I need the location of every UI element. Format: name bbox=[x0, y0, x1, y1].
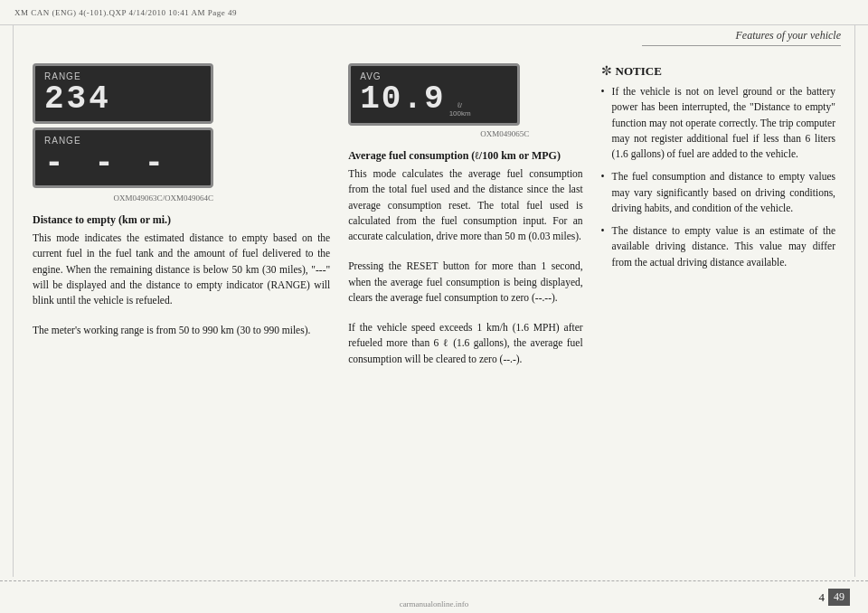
avg-unit: ℓ/ 100km bbox=[449, 101, 471, 118]
distance-body-1: This mode indicates the estimated distan… bbox=[33, 231, 330, 308]
avg-body-2: Pressing the RESET button for more than … bbox=[348, 259, 582, 306]
avg-display: AVG 10.9 ℓ/ 100km bbox=[348, 63, 520, 126]
avg-body-3: If the vehicle speed exceeds 1 km/h (1.6… bbox=[348, 320, 582, 367]
page-num-box: 49 bbox=[828, 589, 850, 606]
page-section: 4 bbox=[819, 590, 826, 605]
notice-list: If the vehicle is not on level ground or… bbox=[601, 84, 835, 270]
notice-item: The distance to empty value is an estima… bbox=[601, 223, 835, 270]
distance-body-2: The meter's working range is from 50 to … bbox=[33, 323, 330, 338]
notice-title: NOTICE bbox=[616, 64, 662, 79]
range-value-top: 234 bbox=[44, 83, 111, 116]
page-title: Features of your vehicle bbox=[642, 29, 841, 46]
distance-section-title: Distance to empty (km or mi.) bbox=[33, 213, 330, 227]
avg-section-title: Average fuel consumption (ℓ/100 km or MP… bbox=[348, 149, 582, 163]
avg-body-1: This mode calculates the average fuel co… bbox=[348, 166, 582, 244]
page-number: 4 49 bbox=[819, 589, 851, 606]
display-caption: OXM049063C/OXM049064C bbox=[33, 193, 213, 203]
notice-star-icon: ✼ bbox=[601, 63, 612, 79]
range-display-bottom: RANGE - - - bbox=[33, 127, 213, 188]
notice-header: ✼ NOTICE bbox=[601, 63, 835, 79]
header-file-info: XM CAN (ENG) 4(-101).QXP 4/14/2010 10:41… bbox=[14, 8, 237, 17]
avg-value: 10.9 bbox=[360, 83, 445, 116]
range-display-top: RANGE 234 bbox=[33, 63, 213, 124]
avg-value-row: 10.9 ℓ/ 100km bbox=[360, 83, 470, 118]
range-value-bottom: - - - bbox=[44, 147, 169, 180]
avg-caption: OXM049065C bbox=[348, 129, 529, 138]
header-bar: XM CAN (ENG) 4(-101).QXP 4/14/2010 10:41… bbox=[0, 0, 868, 25]
main-content: RANGE 234 RANGE - - - OXM049063C/OXM0490… bbox=[0, 54, 868, 577]
avg-unit-bottom: 100km bbox=[449, 109, 471, 118]
watermark: carmanualonline.info bbox=[400, 599, 469, 608]
middle-column: AVG 10.9 ℓ/ 100km OXM049065C Average fue… bbox=[339, 54, 591, 577]
right-column: ✼ NOTICE If the vehicle is not on level … bbox=[592, 54, 854, 577]
instrument-group: RANGE 234 RANGE - - - bbox=[33, 63, 330, 188]
notice-item: The fuel consumption and distance to emp… bbox=[601, 169, 835, 216]
avg-unit-top: ℓ/ bbox=[458, 101, 462, 109]
notice-item: If the vehicle is not on level ground or… bbox=[601, 84, 835, 162]
left-column: RANGE 234 RANGE - - - OXM049063C/OXM0490… bbox=[14, 54, 339, 577]
